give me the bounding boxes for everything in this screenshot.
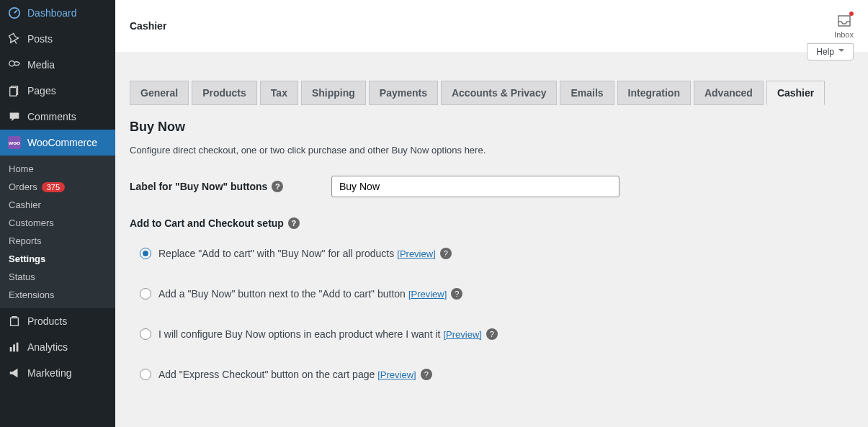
svg-point-2 — [9, 61, 14, 66]
tab-integration[interactable]: Integration — [617, 81, 691, 105]
page-title: Cashier — [130, 20, 166, 32]
preview-link[interactable]: Preview — [408, 289, 447, 300]
sidebar-item-label: Analytics — [27, 341, 68, 353]
analytics-icon — [7, 340, 22, 354]
tab-shipping[interactable]: Shipping — [301, 81, 366, 105]
svg-line-1 — [14, 10, 17, 13]
svg-rect-8 — [17, 343, 19, 352]
tab-accounts-privacy[interactable]: Accounts & Privacy — [441, 81, 558, 105]
tab-products[interactable]: Products — [192, 81, 257, 105]
submenu-item-customers[interactable]: Customers — [0, 214, 115, 232]
tab-payments[interactable]: Payments — [369, 81, 438, 105]
sidebar-item-products[interactable]: Products — [0, 308, 115, 334]
sidebar-item-label: WooCommerce — [27, 137, 97, 148]
help-icon[interactable]: ? — [421, 369, 432, 380]
sidebar-item-label: Pages — [27, 85, 56, 96]
svg-rect-6 — [10, 347, 12, 351]
svg-rect-7 — [13, 344, 15, 351]
sidebar-item-dashboard[interactable]: Dashboard — [0, 0, 115, 26]
help-icon[interactable]: ? — [451, 288, 462, 300]
radio-label[interactable]: I will configure Buy Now options in each… — [158, 328, 440, 340]
submenu-item-status[interactable]: Status — [0, 268, 115, 286]
sidebar-item-label: Posts — [27, 33, 53, 45]
sidebar-item-label: Dashboard — [27, 7, 77, 19]
sidebar-item-analytics[interactable]: Analytics — [0, 334, 115, 360]
section-title: Buy Now — [130, 120, 854, 135]
products-icon — [7, 314, 22, 328]
woocommerce-submenu: Home Orders375 Cashier Customers Reports… — [0, 156, 115, 308]
radio-label[interactable]: Replace "Add to cart" with "Buy Now" for… — [158, 248, 394, 259]
inbox-button[interactable]: Inbox — [834, 13, 854, 39]
sidebar-item-marketing[interactable]: Marketing — [0, 360, 115, 386]
radio-group-heading: Add to Cart and Checkout setup — [130, 217, 284, 229]
help-icon[interactable]: ? — [288, 217, 300, 229]
sidebar-item-label: Comments — [27, 111, 76, 122]
help-icon[interactable]: ? — [486, 328, 498, 340]
radio-configure-per-product[interactable] — [140, 328, 151, 340]
svg-rect-4 — [10, 88, 17, 96]
buy-now-label-input[interactable] — [331, 176, 619, 197]
sidebar-item-comments[interactable]: Comments — [0, 104, 115, 130]
tab-emails[interactable]: Emails — [560, 81, 614, 105]
inbox-label: Inbox — [834, 30, 854, 39]
radio-replace-add-to-cart[interactable] — [140, 248, 151, 259]
marketing-icon — [7, 366, 22, 380]
submenu-item-extensions[interactable]: Extensions — [0, 286, 115, 304]
comment-icon — [7, 109, 22, 124]
sidebar-item-posts[interactable]: Posts — [0, 26, 115, 52]
preview-link[interactable]: Preview — [377, 369, 416, 380]
radio-add-next-to-cart[interactable] — [140, 288, 151, 300]
pin-icon — [7, 32, 22, 46]
inbox-icon — [836, 13, 852, 29]
tab-cashier[interactable]: Cashier — [766, 81, 825, 105]
dashboard-icon — [7, 6, 22, 20]
help-tab[interactable]: Help — [807, 43, 854, 60]
media-icon — [7, 58, 22, 72]
sidebar-item-woocommerce[interactable]: woo WooCommerce — [0, 130, 115, 156]
settings-tabs: General Products Tax Shipping Payments A… — [130, 81, 854, 105]
submenu-item-orders[interactable]: Orders375 — [0, 178, 115, 196]
label-field-label: Label for "Buy Now" buttons — [130, 181, 267, 192]
preview-link[interactable]: Preview — [397, 248, 436, 259]
help-icon[interactable]: ? — [440, 248, 452, 259]
tab-general[interactable]: General — [130, 81, 189, 105]
admin-sidebar: Dashboard Posts Media Pages Comments woo… — [0, 0, 115, 427]
section-description: Configure direct checkout, one or two cl… — [130, 145, 854, 156]
orders-badge: 375 — [42, 182, 65, 192]
submenu-item-cashier[interactable]: Cashier — [0, 196, 115, 214]
sidebar-item-media[interactable]: Media — [0, 52, 115, 78]
submenu-item-settings[interactable]: Settings — [0, 250, 115, 268]
help-icon[interactable]: ? — [272, 181, 283, 192]
sidebar-item-label: Products — [27, 315, 67, 327]
sidebar-item-pages[interactable]: Pages — [0, 78, 115, 104]
sidebar-item-label: Marketing — [27, 367, 71, 379]
tab-advanced[interactable]: Advanced — [694, 81, 764, 105]
radio-label[interactable]: Add "Express Checkout" button on the car… — [158, 369, 375, 380]
tab-tax[interactable]: Tax — [260, 81, 298, 105]
submenu-item-reports[interactable]: Reports — [0, 232, 115, 250]
radio-express-checkout[interactable] — [140, 369, 151, 380]
page-header: Cashier Inbox — [115, 0, 868, 52]
submenu-item-home[interactable]: Home — [0, 160, 115, 178]
main-content: Cashier Inbox Help General Products Tax … — [115, 0, 868, 427]
woocommerce-icon: woo — [7, 135, 22, 150]
pages-icon — [7, 84, 22, 98]
radio-label[interactable]: Add a "Buy Now" button next to the "Add … — [158, 288, 406, 300]
svg-rect-5 — [11, 318, 19, 326]
preview-link[interactable]: Preview — [443, 329, 482, 340]
sidebar-item-label: Media — [27, 59, 55, 71]
